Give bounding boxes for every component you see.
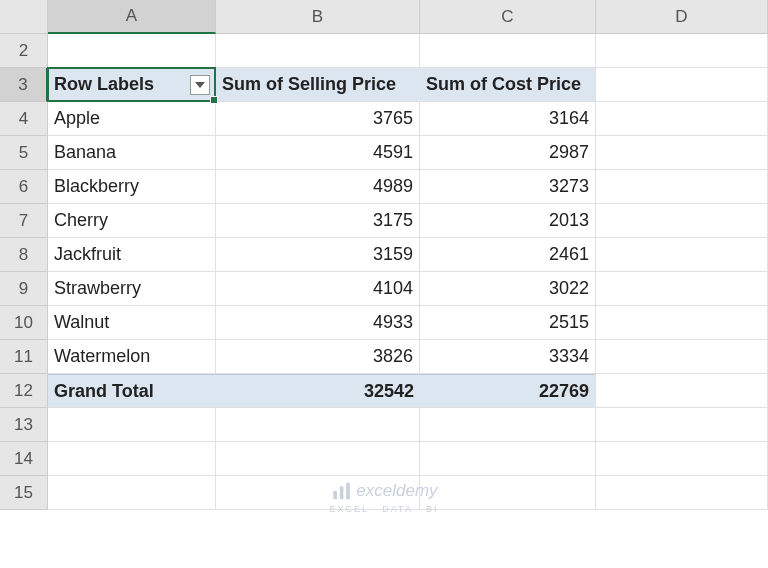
pivot-row-cost[interactable]: 2515 [420,306,596,340]
cell-D8[interactable] [596,238,768,272]
pivot-grandtotal-cost[interactable]: 22769 [420,374,596,408]
cell-D6[interactable] [596,170,768,204]
pivot-row-label[interactable]: Strawberry [48,272,216,306]
pivot-row-selling[interactable]: 4591 [216,136,420,170]
pivot-row-cost[interactable]: 2987 [420,136,596,170]
cell-C13[interactable] [420,408,596,442]
row-header-3[interactable]: 3 [0,68,48,102]
row-header-13[interactable]: 13 [0,408,48,442]
pivot-row-selling[interactable]: 4104 [216,272,420,306]
pivot-row-cost[interactable]: 3273 [420,170,596,204]
row-header-11[interactable]: 11 [0,340,48,374]
pivot-row-selling[interactable]: 3826 [216,340,420,374]
cell-D9[interactable] [596,272,768,306]
cell-C2[interactable] [420,34,596,68]
cell-D10[interactable] [596,306,768,340]
pivot-row-label[interactable]: Jackfruit [48,238,216,272]
column-header-C[interactable]: C [420,0,596,34]
column-header-B[interactable]: B [216,0,420,34]
row-header-14[interactable]: 14 [0,442,48,476]
row-header-10[interactable]: 10 [0,306,48,340]
pivot-row-selling[interactable]: 3765 [216,102,420,136]
pivot-row-label[interactable]: Walnut [48,306,216,340]
cell-D7[interactable] [596,204,768,238]
cell-C14[interactable] [420,442,596,476]
pivot-row-cost[interactable]: 3022 [420,272,596,306]
pivot-row-label[interactable]: Cherry [48,204,216,238]
cell-D12[interactable] [596,374,768,408]
pivot-filter-button[interactable] [190,75,210,95]
chevron-down-icon [195,82,205,88]
cell-D5[interactable] [596,136,768,170]
cell-B14[interactable] [216,442,420,476]
cell-A14[interactable] [48,442,216,476]
pivot-row-label[interactable]: Blackberry [48,170,216,204]
row-header-7[interactable]: 7 [0,204,48,238]
pivot-rowlabels-text: Row Labels [54,74,154,95]
pivot-row-selling[interactable]: 4989 [216,170,420,204]
pivot-rowlabels-header[interactable]: Row Labels [48,68,216,102]
cell-D11[interactable] [596,340,768,374]
pivot-row-cost[interactable]: 3334 [420,340,596,374]
pivot-row-cost[interactable]: 2013 [420,204,596,238]
cell-C15[interactable] [420,476,596,510]
row-header-8[interactable]: 8 [0,238,48,272]
cell-A15[interactable] [48,476,216,510]
pivot-row-selling[interactable]: 3159 [216,238,420,272]
cell-D2[interactable] [596,34,768,68]
column-header-D[interactable]: D [596,0,768,34]
row-header-2[interactable]: 2 [0,34,48,68]
cell-B2[interactable] [216,34,420,68]
cell-A13[interactable] [48,408,216,442]
row-header-6[interactable]: 6 [0,170,48,204]
cell-D15[interactable] [596,476,768,510]
pivot-row-selling[interactable]: 3175 [216,204,420,238]
cell-B13[interactable] [216,408,420,442]
pivot-grandtotal-label[interactable]: Grand Total [48,374,216,408]
cell-D3[interactable] [596,68,768,102]
pivot-row-label[interactable]: Apple [48,102,216,136]
cell-D4[interactable] [596,102,768,136]
pivot-row-label[interactable]: Banana [48,136,216,170]
cell-B15[interactable] [216,476,420,510]
cell-A2[interactable] [48,34,216,68]
spreadsheet-grid: A B C D 2 3 Row Labels Sum of Selling Pr… [0,0,768,510]
row-header-12[interactable]: 12 [0,374,48,408]
row-header-4[interactable]: 4 [0,102,48,136]
pivot-grandtotal-selling[interactable]: 32542 [216,374,420,408]
cell-D14[interactable] [596,442,768,476]
column-header-A[interactable]: A [48,0,216,34]
select-all-corner[interactable] [0,0,48,34]
pivot-row-cost[interactable]: 3164 [420,102,596,136]
cell-D13[interactable] [596,408,768,442]
pivot-row-selling[interactable]: 4933 [216,306,420,340]
pivot-row-label[interactable]: Watermelon [48,340,216,374]
row-header-15[interactable]: 15 [0,476,48,510]
pivot-row-cost[interactable]: 2461 [420,238,596,272]
pivot-sumcost-header[interactable]: Sum of Cost Price [420,68,596,102]
pivot-sumselling-header[interactable]: Sum of Selling Price [216,68,420,102]
row-header-9[interactable]: 9 [0,272,48,306]
row-header-5[interactable]: 5 [0,136,48,170]
